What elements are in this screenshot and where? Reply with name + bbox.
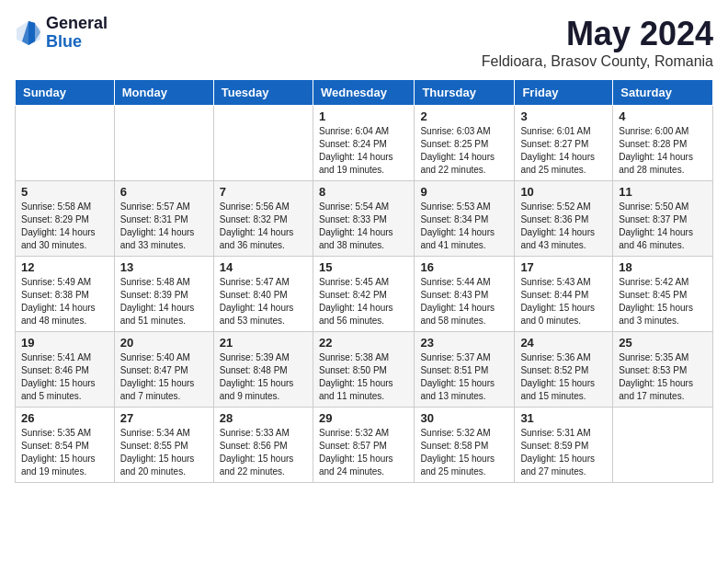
day-number: 15 [319, 260, 408, 274]
table-row: 14Sunrise: 5:47 AM Sunset: 8:40 PM Dayli… [213, 257, 313, 332]
table-row: 18Sunrise: 5:42 AM Sunset: 8:45 PM Dayli… [613, 257, 713, 332]
day-number: 21 [220, 336, 307, 350]
calendar-week-row: 19Sunrise: 5:41 AM Sunset: 8:46 PM Dayli… [16, 332, 713, 408]
day-number: 16 [420, 260, 508, 274]
table-row: 4Sunrise: 6:00 AM Sunset: 8:28 PM Daylig… [613, 106, 713, 181]
col-monday: Monday [114, 80, 213, 106]
day-info: Sunrise: 5:45 AM Sunset: 8:42 PM Dayligh… [319, 276, 408, 327]
day-number: 17 [520, 260, 607, 274]
table-row [213, 106, 313, 181]
col-friday: Friday [515, 80, 613, 106]
table-row: 6Sunrise: 5:57 AM Sunset: 8:31 PM Daylig… [114, 181, 213, 257]
day-info: Sunrise: 5:31 AM Sunset: 8:59 PM Dayligh… [520, 427, 607, 478]
month-title: May 2024 [482, 15, 713, 53]
table-row: 25Sunrise: 5:35 AM Sunset: 8:53 PM Dayli… [613, 332, 713, 408]
day-info: Sunrise: 5:35 AM Sunset: 8:54 PM Dayligh… [21, 427, 108, 478]
logo-icon [15, 19, 42, 47]
day-number: 26 [21, 411, 108, 425]
day-number: 12 [21, 260, 108, 274]
day-info: Sunrise: 5:54 AM Sunset: 8:33 PM Dayligh… [319, 201, 408, 252]
day-number: 14 [220, 260, 307, 274]
col-tuesday: Tuesday [213, 80, 313, 106]
day-info: Sunrise: 5:42 AM Sunset: 8:45 PM Dayligh… [619, 276, 707, 327]
day-info: Sunrise: 5:48 AM Sunset: 8:39 PM Dayligh… [120, 276, 208, 327]
table-row: 15Sunrise: 5:45 AM Sunset: 8:42 PM Dayli… [313, 257, 414, 332]
table-row: 10Sunrise: 5:52 AM Sunset: 8:36 PM Dayli… [515, 181, 613, 257]
day-info: Sunrise: 5:37 AM Sunset: 8:51 PM Dayligh… [420, 351, 508, 403]
day-number: 30 [420, 411, 508, 425]
day-info: Sunrise: 6:01 AM Sunset: 8:27 PM Dayligh… [520, 125, 607, 177]
table-row: 28Sunrise: 5:33 AM Sunset: 8:56 PM Dayli… [213, 408, 313, 483]
logo-general: General [46, 15, 108, 33]
day-number: 6 [120, 185, 208, 199]
day-number: 7 [220, 185, 307, 199]
day-info: Sunrise: 5:56 AM Sunset: 8:32 PM Dayligh… [220, 201, 307, 252]
day-info: Sunrise: 5:36 AM Sunset: 8:52 PM Dayligh… [520, 351, 607, 403]
col-thursday: Thursday [415, 80, 515, 106]
day-number: 31 [520, 411, 607, 425]
day-number: 11 [619, 185, 707, 199]
table-row: 31Sunrise: 5:31 AM Sunset: 8:59 PM Dayli… [515, 408, 613, 483]
table-row: 2Sunrise: 6:03 AM Sunset: 8:25 PM Daylig… [415, 106, 515, 181]
day-number: 25 [619, 336, 707, 350]
day-info: Sunrise: 5:39 AM Sunset: 8:48 PM Dayligh… [220, 351, 307, 403]
day-number: 10 [520, 185, 607, 199]
day-number: 19 [21, 336, 108, 350]
day-number: 28 [220, 411, 307, 425]
table-row: 8Sunrise: 5:54 AM Sunset: 8:33 PM Daylig… [313, 181, 414, 257]
table-row: 11Sunrise: 5:50 AM Sunset: 8:37 PM Dayli… [613, 181, 713, 257]
table-row: 16Sunrise: 5:44 AM Sunset: 8:43 PM Dayli… [415, 257, 515, 332]
table-row: 12Sunrise: 5:49 AM Sunset: 8:38 PM Dayli… [16, 257, 115, 332]
day-number: 1 [319, 109, 408, 123]
day-number: 5 [21, 185, 108, 199]
logo: General Blue [15, 15, 108, 52]
day-info: Sunrise: 5:35 AM Sunset: 8:53 PM Dayligh… [619, 351, 707, 403]
day-info: Sunrise: 5:47 AM Sunset: 8:40 PM Dayligh… [220, 276, 307, 327]
table-row: 7Sunrise: 5:56 AM Sunset: 8:32 PM Daylig… [213, 181, 313, 257]
day-info: Sunrise: 5:58 AM Sunset: 8:29 PM Dayligh… [21, 201, 108, 252]
table-row: 24Sunrise: 5:36 AM Sunset: 8:52 PM Dayli… [515, 332, 613, 408]
day-info: Sunrise: 5:32 AM Sunset: 8:58 PM Dayligh… [420, 427, 508, 478]
day-number: 27 [120, 411, 208, 425]
day-info: Sunrise: 6:00 AM Sunset: 8:28 PM Dayligh… [619, 125, 707, 177]
col-saturday: Saturday [613, 80, 713, 106]
day-info: Sunrise: 5:34 AM Sunset: 8:55 PM Dayligh… [120, 427, 208, 478]
table-row: 9Sunrise: 5:53 AM Sunset: 8:34 PM Daylig… [415, 181, 515, 257]
table-row [16, 106, 115, 181]
page-header: General Blue May 2024 Feldioara, Brasov … [15, 15, 713, 70]
calendar-table: Sunday Monday Tuesday Wednesday Thursday… [15, 79, 713, 483]
day-number: 22 [319, 336, 408, 350]
table-row: 23Sunrise: 5:37 AM Sunset: 8:51 PM Dayli… [415, 332, 515, 408]
table-row: 13Sunrise: 5:48 AM Sunset: 8:39 PM Dayli… [114, 257, 213, 332]
day-number: 9 [420, 185, 508, 199]
logo-text: General Blue [46, 15, 108, 52]
calendar-week-row: 12Sunrise: 5:49 AM Sunset: 8:38 PM Dayli… [16, 257, 713, 332]
day-number: 24 [520, 336, 607, 350]
table-row: 21Sunrise: 5:39 AM Sunset: 8:48 PM Dayli… [213, 332, 313, 408]
title-section: May 2024 Feldioara, Brasov County, Roman… [482, 15, 713, 70]
day-info: Sunrise: 5:50 AM Sunset: 8:37 PM Dayligh… [619, 201, 707, 252]
day-info: Sunrise: 5:41 AM Sunset: 8:46 PM Dayligh… [21, 351, 108, 403]
day-info: Sunrise: 6:03 AM Sunset: 8:25 PM Dayligh… [420, 125, 508, 177]
day-number: 23 [420, 336, 508, 350]
table-row: 30Sunrise: 5:32 AM Sunset: 8:58 PM Dayli… [415, 408, 515, 483]
day-info: Sunrise: 5:38 AM Sunset: 8:50 PM Dayligh… [319, 351, 408, 403]
day-number: 29 [319, 411, 408, 425]
table-row: 17Sunrise: 5:43 AM Sunset: 8:44 PM Dayli… [515, 257, 613, 332]
day-number: 2 [420, 109, 508, 123]
svg-marker-3 [28, 21, 35, 45]
logo-blue: Blue [46, 33, 108, 52]
calendar-week-row: 1Sunrise: 6:04 AM Sunset: 8:24 PM Daylig… [16, 106, 713, 181]
table-row: 22Sunrise: 5:38 AM Sunset: 8:50 PM Dayli… [313, 332, 414, 408]
table-row: 20Sunrise: 5:40 AM Sunset: 8:47 PM Dayli… [114, 332, 213, 408]
day-number: 20 [120, 336, 208, 350]
table-row: 19Sunrise: 5:41 AM Sunset: 8:46 PM Dayli… [16, 332, 115, 408]
day-info: Sunrise: 5:53 AM Sunset: 8:34 PM Dayligh… [420, 201, 508, 252]
day-number: 13 [120, 260, 208, 274]
day-info: Sunrise: 5:44 AM Sunset: 8:43 PM Dayligh… [420, 276, 508, 327]
day-number: 3 [520, 109, 607, 123]
table-row: 5Sunrise: 5:58 AM Sunset: 8:29 PM Daylig… [16, 181, 115, 257]
location: Feldioara, Brasov County, Romania [482, 53, 713, 70]
table-row [613, 408, 713, 483]
calendar-header-row: Sunday Monday Tuesday Wednesday Thursday… [16, 80, 713, 106]
